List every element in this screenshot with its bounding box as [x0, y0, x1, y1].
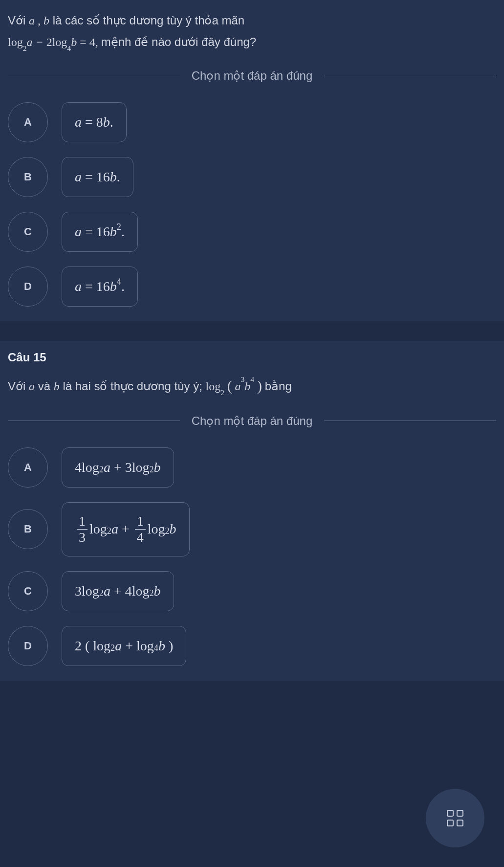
- comma: ,: [35, 14, 44, 27]
- option-letter: D: [8, 626, 48, 666]
- var-a: a: [29, 14, 35, 27]
- var-b: b: [54, 380, 60, 393]
- option-d[interactable]: D 2 ( log2a + log4b ): [8, 626, 496, 666]
- option-content: a = 16b4.: [62, 267, 138, 307]
- question-14: Với a , b là các số thực dương tùy ý thỏ…: [0, 0, 504, 321]
- option-letter: C: [8, 571, 48, 611]
- choose-divider: Chọn một đáp án đúng: [8, 414, 496, 428]
- stem-text: và: [38, 379, 54, 393]
- q14-equation: log2a − 2log4b = 4,: [8, 36, 101, 48]
- option-content: 4log2a + 3log2b: [62, 447, 174, 488]
- divider-text: Chọn một đáp án đúng: [180, 69, 325, 83]
- option-letter: C: [8, 212, 48, 252]
- option-content: a = 16b2.: [62, 212, 138, 252]
- option-a[interactable]: A 4log2a + 3log2b: [8, 447, 496, 488]
- divider-text: Chọn một đáp án đúng: [180, 414, 325, 428]
- stem-text: là hai số thực dương tùy ý;: [63, 379, 205, 393]
- option-letter: A: [8, 102, 48, 142]
- stem-text: mệnh đề nào dưới đây đúng?: [101, 35, 257, 48]
- option-b[interactable]: B 13log2a + 14log2b: [8, 502, 496, 556]
- option-b[interactable]: B a = 16b.: [8, 157, 496, 197]
- question-15-stem: Với a và b là hai số thực dương tùy ý; l…: [8, 373, 496, 399]
- stem-text: Với: [8, 14, 29, 27]
- option-content: 3log2a + 4log2b: [62, 571, 174, 611]
- option-letter: A: [8, 447, 48, 488]
- option-content: 13log2a + 14log2b: [62, 502, 190, 556]
- question-title: Câu 15: [8, 351, 496, 364]
- option-a[interactable]: A a = 8b.: [8, 102, 496, 142]
- question-15: Câu 15 Với a và b là hai số thực dương t…: [0, 341, 504, 681]
- var-a: a: [29, 380, 35, 393]
- stem-text: bằng: [265, 379, 292, 393]
- option-c[interactable]: C a = 16b2.: [8, 212, 496, 252]
- divider-line: [8, 76, 180, 76]
- q15-expression: log2 ( a3b4 ): [206, 380, 265, 393]
- q14-options: A a = 8b. B a = 16b. C a = 16b2. D a = 1…: [8, 102, 496, 307]
- option-letter: B: [8, 157, 48, 197]
- option-content: a = 8b.: [62, 102, 127, 142]
- stem-text: là các số thực dương tùy ý thỏa mãn: [53, 14, 245, 27]
- q15-options: A 4log2a + 3log2b B 13log2a + 14log2b C …: [8, 447, 496, 666]
- question-gap: [0, 321, 504, 341]
- option-c[interactable]: C 3log2a + 4log2b: [8, 571, 496, 611]
- divider-line: [324, 421, 496, 421]
- option-letter: D: [8, 267, 48, 307]
- choose-divider: Chọn một đáp án đúng: [8, 69, 496, 83]
- stem-text: Với: [8, 379, 29, 393]
- divider-line: [8, 421, 180, 421]
- var-b: b: [44, 14, 49, 27]
- option-d[interactable]: D a = 16b4.: [8, 267, 496, 307]
- option-content: 2 ( log2a + log4b ): [62, 626, 186, 666]
- option-content: a = 16b.: [62, 157, 133, 197]
- question-14-stem: Với a , b là các số thực dương tùy ý thỏ…: [8, 10, 496, 53]
- option-letter: B: [8, 509, 48, 549]
- divider-line: [324, 76, 496, 76]
